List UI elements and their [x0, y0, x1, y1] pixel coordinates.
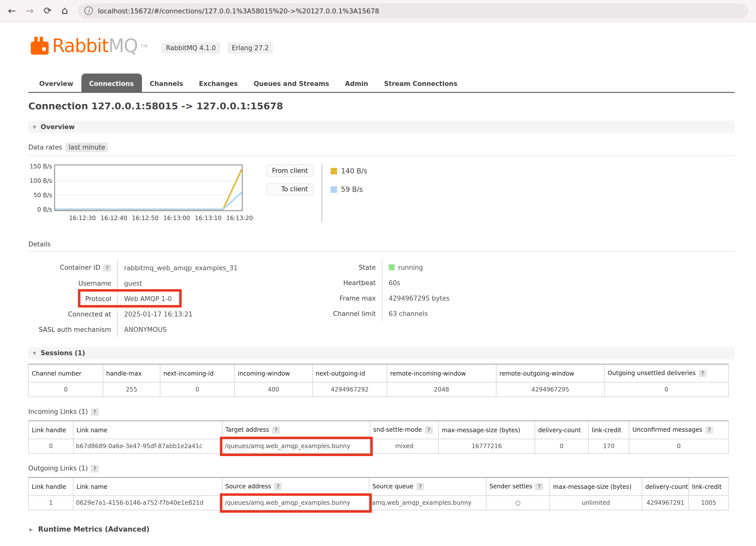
- to-client-swatch: [331, 186, 337, 192]
- link-credit-cell: 1005: [689, 496, 728, 510]
- tab-queues-and-streams[interactable]: Queues and Streams: [246, 75, 337, 92]
- incoming-links-heading: Incoming Links (1)?: [28, 408, 735, 416]
- help-icon[interactable]: ?: [535, 483, 543, 490]
- brand-wordmark: RabbitMQ: [52, 36, 138, 55]
- detail-row-heartbeat: Heartbeat 60s: [316, 275, 449, 291]
- state-value: running: [382, 260, 423, 275]
- channel-limit-value: 63 channels: [382, 306, 428, 322]
- section-sessions[interactable]: ▼ Sessions (1): [28, 347, 735, 359]
- details-grid: Container ID? rabbitmq_web_amqp_examples…: [28, 260, 735, 337]
- x-tick-label: 16:12:50: [132, 214, 159, 221]
- page-title: Connection 127.0.0.1:58015 -> 127.0.0.1:…: [28, 100, 735, 111]
- collapse-triangle-icon: ▼: [33, 351, 36, 356]
- help-icon[interactable]: ?: [425, 426, 433, 434]
- link-name-cell: b67d8689-0a6e-3e47-95df-87abb1e2a41c: [73, 439, 222, 453]
- detail-row-frame-max: Frame max 4294967295 bytes: [316, 291, 449, 306]
- y-axis-labels: 150 B/s 100 B/s 50 B/s 0 B/s: [32, 165, 55, 210]
- outgoing-links-heading: Outgoing Links (1)?: [28, 465, 735, 473]
- help-icon[interactable]: ?: [272, 426, 280, 434]
- source-queue-cell: amq.web_amqp_examples.bunny: [369, 496, 486, 510]
- section-title: Runtime Metrics (Advanced): [38, 525, 149, 533]
- chart-lines: [55, 165, 242, 210]
- incoming-window-cell: 400: [235, 382, 312, 397]
- to-client-button[interactable]: To client: [266, 183, 314, 195]
- section-overview[interactable]: ▼ Overview: [28, 121, 735, 133]
- link-handle-cell: 1: [29, 496, 73, 510]
- rabbitmq-logo[interactable]: RabbitMQ TM: [28, 34, 147, 57]
- channel-number-cell: 0: [29, 382, 103, 397]
- help-icon[interactable]: ?: [705, 426, 713, 434]
- help-icon[interactable]: ?: [91, 465, 99, 473]
- x-tick-label: 16:13:00: [163, 214, 190, 221]
- page-content: RabbitMQ TM RabbitMQ 4.1.0 Erlang 27.2 O…: [0, 22, 756, 546]
- address-bar[interactable]: i localhost:15672/#/connections/127.0.0.…: [78, 3, 748, 18]
- help-icon[interactable]: ?: [91, 408, 99, 416]
- data-rates-label: Data rates: [28, 143, 62, 151]
- x-tick-label: 16:13:10: [195, 214, 222, 221]
- incoming-links-table: Link handle Link name Target address? sn…: [28, 420, 729, 454]
- help-icon[interactable]: ?: [416, 483, 424, 490]
- help-icon[interactable]: ?: [274, 483, 282, 490]
- from-client-rate: 140 B/s: [341, 167, 367, 175]
- incoming-link-row: 0 b67d8689-0a6e-3e47-95df-87abb1e2a41c /…: [29, 439, 728, 453]
- section-title: Sessions (1): [41, 349, 85, 357]
- from-client-swatch: [331, 168, 337, 174]
- rabbitmq-version-badge: RabbitMQ 4.1.0: [161, 42, 220, 54]
- tab-connections[interactable]: Connections: [81, 73, 142, 92]
- next-outgoing-id-cell: 4294967292: [312, 382, 387, 397]
- heartbeat-value: 60s: [382, 275, 400, 291]
- snd-settle-mode-cell: mixed: [370, 439, 439, 453]
- sessions-table: Channel number handle-max next-incoming-…: [28, 364, 729, 397]
- tab-exchanges[interactable]: Exchanges: [191, 75, 245, 92]
- x-tick-label: 16:12:30: [69, 214, 96, 221]
- tab-stream-connections[interactable]: Stream Connections: [376, 75, 465, 92]
- nav-tabs: Overview Connections Channels Exchanges …: [28, 73, 735, 93]
- remote-incoming-window-cell: 2048: [387, 382, 496, 397]
- max-message-size-cell: 16777216: [439, 439, 535, 453]
- section-runtime-metrics[interactable]: ▶ Runtime Metrics (Advanced): [28, 525, 735, 533]
- next-incoming-id-cell: 0: [160, 382, 235, 397]
- rabbitmq-management-window: ← → ⟳ ⌂ i localhost:15672/#/connections/…: [0, 0, 756, 546]
- reload-icon[interactable]: ⟳: [44, 6, 52, 15]
- site-info-icon[interactable]: i: [84, 6, 93, 15]
- sender-settles-cell: ○: [486, 496, 550, 510]
- from-client-button[interactable]: From client: [266, 164, 314, 177]
- target-address-cell: /queues/amq.web_amqp_examples.bunny: [222, 439, 370, 453]
- rate-period-selector[interactable]: last minute: [66, 142, 108, 152]
- incoming-links-header-row: Link handle Link name Target address? sn…: [29, 421, 728, 439]
- help-icon[interactable]: ?: [103, 264, 111, 272]
- x-tick-label: 16:12:40: [101, 214, 127, 221]
- home-icon[interactable]: ⌂: [62, 5, 68, 16]
- collapse-triangle-icon: ▼: [33, 124, 36, 129]
- section-title: Overview: [41, 123, 75, 131]
- expand-triangle-icon: ▶: [29, 526, 33, 532]
- detail-row-connected-at: Connected at 2025-01-17 16:13:21: [28, 307, 306, 322]
- detail-row-channel-limit: Channel limit 63 channels: [316, 306, 449, 322]
- detail-row-sasl: SASL auth mechanism ANONYMOUS: [28, 322, 306, 337]
- sessions-row: 0 255 0 400 4294967292 2048 4294967295 0: [29, 382, 728, 397]
- container-id-value: rabbitmq_web_amqp_examples_31: [118, 260, 238, 276]
- divider: [28, 251, 735, 252]
- tab-overview[interactable]: Overview: [31, 75, 81, 92]
- frame-max-value: 4294967295 bytes: [382, 291, 449, 306]
- detail-row-container-id: Container ID? rabbitmq_web_amqp_examples…: [28, 260, 306, 276]
- rate-chart: 150 B/s 100 B/s 50 B/s 0 B/s 16:12:3016:…: [54, 164, 243, 222]
- unconfirmed-messages-cell: 0: [629, 439, 728, 453]
- legend-item-to-client: 59 B/s: [331, 185, 367, 193]
- handle-max-cell: 255: [103, 382, 160, 397]
- outgoing-links-table: Link handle Link name Source address? So…: [28, 477, 729, 510]
- delivery-count-cell: 0: [535, 439, 588, 453]
- outgoing-link-row: 1 0629e7a1-4156-b146-a752-f7b40e1e821d /…: [29, 496, 728, 510]
- connected-at-value: 2025-01-17 16:13:21: [118, 307, 193, 322]
- remote-outgoing-window-cell: 4294967295: [496, 382, 604, 397]
- back-icon[interactable]: ←: [8, 6, 16, 15]
- tab-channels[interactable]: Channels: [142, 75, 191, 92]
- version-badges: RabbitMQ 4.1.0 Erlang 27.2: [161, 42, 273, 54]
- help-icon[interactable]: ?: [699, 370, 707, 377]
- rabbitmq-rabbit-icon: [28, 34, 51, 57]
- tab-admin[interactable]: Admin: [337, 75, 376, 92]
- url-text[interactable]: localhost:15672/#/connections/127.0.0.1%…: [98, 7, 379, 15]
- trademark-label: TM: [140, 43, 148, 48]
- detail-row-username: Username guest: [28, 276, 306, 291]
- forward-icon[interactable]: →: [26, 6, 34, 15]
